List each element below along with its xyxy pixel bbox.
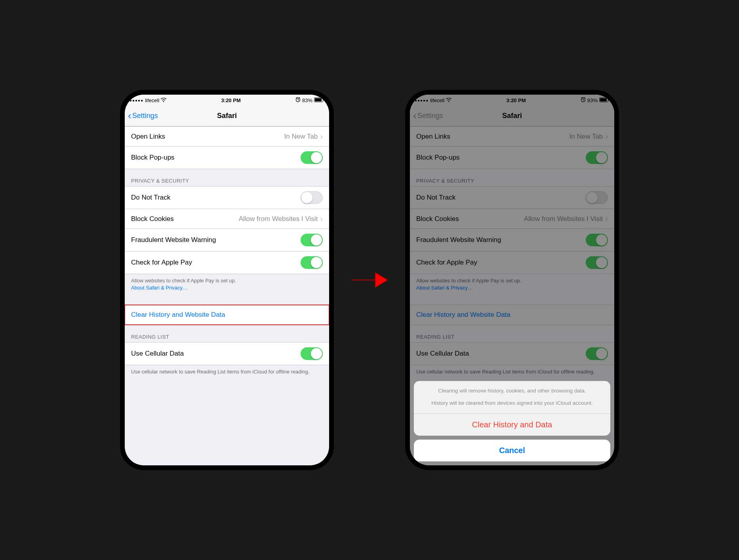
open-links-cell[interactable]: Open Links In New Tab › (410, 127, 614, 147)
block-popups-label: Block Pop-ups (131, 154, 301, 162)
carrier-label: lifecell (145, 97, 159, 103)
chevron-right-icon: › (605, 214, 608, 223)
reading-footer: Use cellular network to save Reading Lis… (125, 365, 329, 378)
action-sheet-message: Clearing will remove history, cookies, a… (414, 381, 610, 414)
dnt-cell: Do Not Track (125, 187, 329, 209)
svg-rect-6 (600, 98, 607, 101)
privacy-footer: Allow websites to check if Apple Pay is … (125, 274, 329, 293)
clear-history-cell[interactable]: Clear History and Website Data (125, 305, 329, 325)
dnt-cell: Do Not Track (410, 187, 614, 209)
open-links-label: Open Links (416, 133, 569, 141)
dnt-toggle[interactable] (586, 191, 608, 204)
cancel-button[interactable]: Cancel (414, 440, 610, 461)
action-sheet: Clearing will remove history, cookies, a… (414, 381, 610, 461)
block-popups-label: Block Pop-ups (416, 154, 586, 162)
wifi-icon (446, 97, 451, 103)
battery-pct-label: 83% (302, 97, 312, 103)
back-button[interactable]: ‹ Settings (125, 110, 158, 122)
block-cookies-label: Block Cookies (131, 215, 174, 223)
back-label: Settings (417, 112, 443, 120)
dnt-label: Do Not Track (131, 194, 301, 202)
clear-history-cell[interactable]: Clear History and Website Data (410, 305, 614, 325)
block-cookies-value: Allow from Websites I Visit (463, 215, 603, 223)
apple-pay-label: Check for Apple Pay (131, 259, 301, 267)
carrier-label: lifecell (430, 97, 444, 103)
back-button[interactable]: ‹ Settings (410, 110, 443, 122)
battery-icon (599, 97, 609, 103)
alarm-icon (581, 97, 586, 103)
apple-pay-cell: Check for Apple Pay (125, 251, 329, 274)
dnt-label: Do Not Track (416, 194, 586, 202)
about-safari-privacy-link[interactable]: About Safari & Privacy… (131, 285, 188, 291)
wifi-icon (161, 97, 166, 103)
svg-rect-7 (609, 99, 609, 101)
privacy-header: PRIVACY & SECURITY (125, 169, 329, 186)
battery-icon (314, 97, 324, 103)
screen-right: ●●●●● lifecell 3:20 PM 83% ‹ Setting (410, 95, 614, 465)
fraud-warning-cell: Fraudulent Website Warning (410, 229, 614, 251)
block-popups-cell: Block Pop-ups (125, 147, 329, 169)
reading-list-header: READING LIST (125, 325, 329, 342)
fraud-warning-toggle[interactable] (586, 234, 608, 246)
privacy-footer-text: Allow websites to check if Apple Pay is … (131, 278, 236, 284)
screen-left: ●●●●● lifecell 3:20 PM 83% ‹ Setting (125, 95, 329, 465)
block-popups-toggle[interactable] (586, 151, 608, 164)
block-popups-toggle[interactable] (301, 151, 323, 164)
about-safari-privacy-link[interactable]: About Safari & Privacy… (416, 285, 473, 291)
block-cookies-cell[interactable]: Block Cookies Allow from Websites I Visi… (125, 209, 329, 229)
svg-rect-3 (324, 99, 324, 101)
phone-right: ●●●●● lifecell 3:20 PM 83% ‹ Setting (405, 90, 619, 470)
back-label: Settings (132, 112, 158, 120)
dnt-toggle[interactable] (301, 191, 323, 204)
chevron-right-icon: › (320, 132, 323, 141)
chevron-left-icon: ‹ (128, 110, 131, 122)
clock-label: 3:20 PM (507, 97, 526, 103)
status-bar: ●●●●● lifecell 3:20 PM 83% (410, 95, 614, 106)
privacy-footer-text: Allow websites to check if Apple Pay is … (416, 278, 521, 284)
fraud-warning-toggle[interactable] (301, 234, 323, 246)
apple-pay-cell: Check for Apple Pay (410, 251, 614, 274)
open-links-value: In New Tab (569, 133, 603, 141)
sheet-msg-line2: History will be cleared from devices sig… (422, 400, 602, 407)
open-links-value: In New Tab (284, 133, 318, 141)
chevron-right-icon: › (320, 214, 323, 223)
apple-pay-label: Check for Apple Pay (416, 259, 586, 267)
block-popups-cell: Block Pop-ups (410, 147, 614, 169)
fraud-warning-cell: Fraudulent Website Warning (125, 229, 329, 251)
block-cookies-value: Allow from Websites I Visit (178, 215, 318, 223)
chevron-right-icon: › (605, 132, 608, 141)
clear-history-label: Clear History and Website Data (416, 311, 608, 319)
sheet-msg-line1: Clearing will remove history, cookies, a… (422, 387, 602, 395)
block-cookies-label: Block Cookies (416, 215, 459, 223)
cellular-data-label: Use Cellular Data (131, 350, 301, 358)
clock-label: 3:20 PM (221, 97, 241, 103)
reading-footer: Use cellular network to save Reading Lis… (410, 365, 614, 378)
cellular-data-cell: Use Cellular Data (125, 343, 329, 365)
chevron-left-icon: ‹ (413, 110, 417, 122)
block-cookies-cell[interactable]: Block Cookies Allow from Websites I Visi… (410, 209, 614, 229)
open-links-label: Open Links (131, 133, 284, 141)
clear-history-label: Clear History and Website Data (131, 311, 323, 319)
signal-dots-icon: ●●●●● (130, 98, 143, 103)
cellular-data-cell: Use Cellular Data (410, 343, 614, 365)
apple-pay-toggle[interactable] (301, 256, 323, 269)
phone-left: ●●●●● lifecell 3:20 PM 83% ‹ Setting (120, 90, 334, 470)
privacy-footer: Allow websites to check if Apple Pay is … (410, 274, 614, 293)
apple-pay-toggle[interactable] (586, 256, 608, 269)
cellular-data-label: Use Cellular Data (416, 350, 586, 358)
settings-content[interactable]: Open Links In New Tab › Block Pop-ups PR… (125, 126, 329, 465)
privacy-header: PRIVACY & SECURITY (410, 169, 614, 186)
nav-bar: ‹ Settings Safari (410, 106, 614, 126)
open-links-cell[interactable]: Open Links In New Tab › (125, 127, 329, 147)
signal-dots-icon: ●●●●● (415, 98, 429, 103)
fraud-warning-label: Fraudulent Website Warning (416, 236, 586, 244)
arrow-icon (350, 268, 389, 292)
alarm-icon (295, 97, 301, 103)
battery-pct-label: 83% (587, 97, 598, 103)
clear-history-data-button[interactable]: Clear History and Data (414, 414, 610, 436)
cellular-data-toggle[interactable] (586, 347, 608, 360)
status-bar: ●●●●● lifecell 3:20 PM 83% (125, 95, 329, 106)
reading-list-header: READING LIST (410, 325, 614, 342)
cellular-data-toggle[interactable] (301, 347, 323, 360)
svg-rect-2 (315, 98, 322, 101)
